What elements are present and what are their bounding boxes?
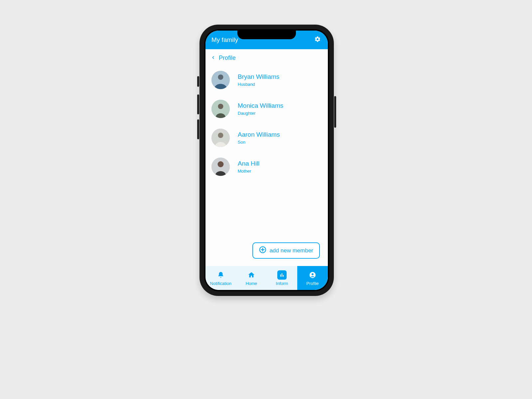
svg-point-7 <box>218 161 224 167</box>
nav-label: Home <box>246 281 257 286</box>
member-name: Ana Hill <box>238 160 259 168</box>
svg-rect-13 <box>283 275 284 277</box>
chevron-left-icon <box>211 55 215 62</box>
family-member-item[interactable]: Aaron Williams Son <box>209 123 325 152</box>
svg-rect-11 <box>280 274 281 277</box>
member-name: Monica Williams <box>238 102 283 110</box>
add-member-button[interactable]: add new member <box>252 242 320 259</box>
family-member-item[interactable]: Ana Hill Mother <box>209 152 325 181</box>
avatar <box>211 158 230 176</box>
family-member-item[interactable]: Bryan Williams Husband <box>209 66 325 94</box>
member-relation: Daughter <box>238 111 283 116</box>
chart-icon <box>277 270 287 280</box>
member-relation: Husband <box>238 82 280 87</box>
svg-point-3 <box>218 104 223 109</box>
nav-item-inform[interactable]: Inform <box>267 266 297 290</box>
phone-side-button-mute <box>197 76 199 87</box>
member-name: Aaron Williams <box>238 131 280 139</box>
settings-button[interactable] <box>313 36 322 44</box>
avatar <box>211 129 230 147</box>
plus-circle-icon <box>259 246 266 255</box>
svg-point-1 <box>218 74 223 80</box>
gear-icon <box>314 36 321 44</box>
family-members-list: Bryan Williams Husband <box>205 64 328 181</box>
home-icon <box>247 270 256 280</box>
phone-side-button-volume-down <box>197 119 199 139</box>
nav-label: Profile <box>307 281 319 286</box>
nav-item-notification[interactable]: Notification <box>205 266 236 290</box>
phone-side-button-right <box>334 96 336 128</box>
back-breadcrumb[interactable]: Profile <box>205 49 328 64</box>
svg-point-15 <box>312 273 314 275</box>
avatar <box>211 100 230 118</box>
person-icon <box>308 270 317 280</box>
bottom-nav: Notification Home Inform <box>205 266 328 290</box>
breadcrumb-label: Profile <box>219 55 236 62</box>
nav-item-profile[interactable]: Profile <box>297 266 328 290</box>
add-member-label: add new member <box>270 247 313 254</box>
svg-point-5 <box>218 133 223 138</box>
nav-label: Inform <box>276 281 288 286</box>
avatar <box>211 71 230 89</box>
family-member-item[interactable]: Monica Williams Daughter <box>209 94 325 123</box>
nav-item-home[interactable]: Home <box>236 266 267 290</box>
phone-notch <box>237 31 296 39</box>
svg-rect-12 <box>282 273 282 277</box>
bell-icon <box>216 270 225 280</box>
member-relation: Mother <box>238 169 259 174</box>
member-name: Bryan Williams <box>238 73 280 81</box>
nav-label: Notification <box>210 281 231 286</box>
member-relation: Son <box>238 140 280 145</box>
phone-mockup: My family <box>200 25 334 296</box>
phone-side-button-volume-up <box>197 94 199 114</box>
